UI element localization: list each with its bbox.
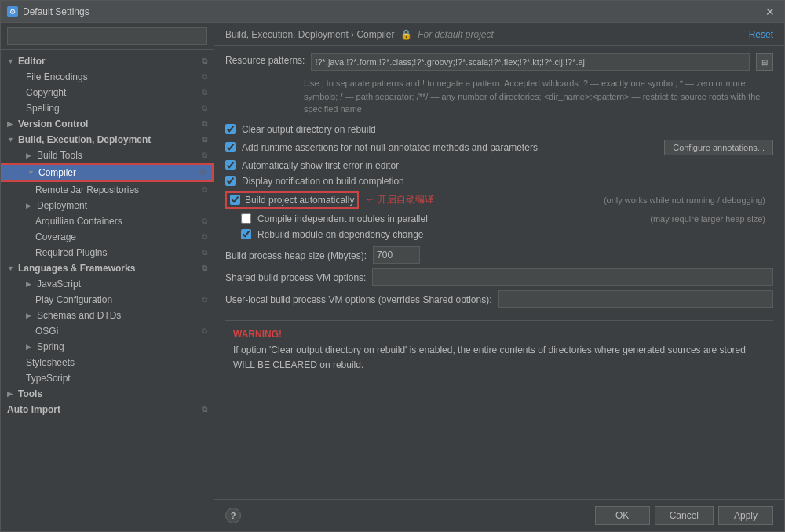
compile-parallel-checkbox[interactable]	[241, 213, 251, 224]
sidebar-item-build-exec-deploy[interactable]: Build, Execution, Deployment ⧉	[1, 132, 214, 148]
sidebar-item-osgi[interactable]: OSGi ⧉	[1, 323, 214, 339]
breadcrumb-icon: 🔒	[400, 29, 412, 40]
sidebar-item-copyright[interactable]: Copyright ⧉	[1, 85, 214, 100]
sidebar-item-editor[interactable]: Editor ⧉	[1, 53, 214, 69]
title-bar: ⚙ Default Settings ✕	[1, 1, 784, 23]
sidebar-item-version-control[interactable]: Version Control ⧉	[1, 116, 214, 132]
editor-arrow	[7, 57, 15, 65]
shared-vm-label: Shared build process VM options:	[225, 271, 366, 283]
dep-label: Deployment	[37, 200, 87, 211]
clear-output-checkbox[interactable]	[225, 124, 236, 134]
sidebar-item-arquillian[interactable]: Arquillian Containers ⧉	[1, 213, 214, 229]
hint-text: Use ; to separate patterns and ! to nega…	[304, 77, 773, 116]
reset-link[interactable]: Reset	[749, 29, 773, 40]
copy-icon-editor: ⧉	[202, 56, 207, 66]
add-runtime-label: Add runtime assertions for not-null-anno…	[242, 142, 538, 153]
sidebar-item-deployment[interactable]: Deployment	[1, 198, 214, 213]
user-local-vm-label: User-local build process VM options (ove…	[225, 293, 492, 305]
auto-show-error-row: Automatically show first error in editor	[225, 160, 773, 171]
resource-patterns-btn[interactable]: ⊞	[756, 53, 773, 71]
bt-label: Build Tools	[37, 150, 82, 161]
sidebar-item-tools[interactable]: Tools	[1, 386, 214, 402]
editor-label: Editor	[18, 56, 46, 67]
rebuild-module-checkbox[interactable]	[241, 229, 251, 239]
tools-arrow	[7, 390, 15, 398]
copy-icon-osgi: ⧉	[202, 326, 207, 336]
copy-icon-bt: ⧉	[202, 151, 207, 160]
copy-icon-fe: ⧉	[202, 72, 207, 82]
copy-icon-bed: ⧉	[202, 135, 207, 144]
add-runtime-checkbox[interactable]	[225, 142, 236, 152]
shared-vm-input[interactable]	[372, 268, 773, 286]
sidebar-item-spelling[interactable]: Spelling ⧉	[1, 100, 214, 116]
compile-parallel-note: (may require larger heap size)	[650, 214, 773, 224]
resource-patterns-label: Resource patterns:	[225, 53, 305, 66]
footer-left: ?	[225, 508, 241, 523]
sidebar-item-compiler[interactable]: Compiler ⧉	[1, 163, 214, 182]
copy-icon-pc: ⧉	[202, 295, 207, 304]
warning-body: If option 'Clear output directory on reb…	[233, 344, 746, 370]
copyright-label: Copyright	[26, 87, 66, 98]
user-local-vm-input[interactable]	[498, 290, 774, 308]
resource-patterns-row: Resource patterns: ⊞	[225, 53, 773, 71]
copy-icon-rp: ⧉	[202, 248, 207, 257]
rp-label: Required Plugins	[35, 247, 107, 258]
sidebar-item-coverage[interactable]: Coverage ⧉	[1, 229, 214, 245]
heap-input[interactable]	[373, 246, 420, 264]
sidebar-item-typescript[interactable]: TypeScript	[1, 370, 214, 386]
clear-output-row: Clear output directory on rebuild	[225, 124, 773, 135]
heap-size-row: Build process heap size (Mbytes):	[225, 246, 773, 264]
sidebar-item-javascript[interactable]: JavaScript	[1, 276, 214, 292]
sidebar-item-remote-jar[interactable]: Remote Jar Repositories ⧉	[1, 182, 214, 198]
auto-show-error-checkbox[interactable]	[225, 160, 236, 170]
copy-icon-arq: ⧉	[202, 217, 207, 226]
add-runtime-row: Add runtime assertions for not-null-anno…	[225, 140, 773, 155]
sidebar-item-play-config[interactable]: Play Configuration ⧉	[1, 292, 214, 308]
window-icon: ⚙	[7, 6, 18, 17]
tools-label: Tools	[18, 388, 42, 399]
sidebar-item-lang-frameworks[interactable]: Languages & Frameworks ⧉	[1, 261, 214, 276]
sidebar-item-auto-import[interactable]: Auto Import ⧉	[1, 402, 214, 417]
cov-label: Coverage	[35, 231, 76, 242]
bt-arrow	[26, 151, 34, 159]
settings-window: ⚙ Default Settings ✕ Editor ⧉ File Encod…	[0, 0, 785, 532]
sidebar-item-schemas-dtds[interactable]: Schemas and DTDs	[1, 308, 214, 323]
sidebar-item-spring[interactable]: Spring	[1, 339, 214, 355]
bed-label: Build, Execution, Deployment	[18, 134, 151, 145]
sd-label: Schemas and DTDs	[37, 310, 121, 321]
sidebar-item-build-tools[interactable]: Build Tools ⧉	[1, 148, 214, 163]
clear-output-label: Clear output directory on rebuild	[242, 124, 376, 135]
ok-button[interactable]: OK	[595, 506, 650, 525]
copy-icon-cr: ⧉	[202, 88, 207, 97]
copy-icon-sp: ⧉	[202, 104, 207, 113]
user-local-vm-row: User-local build process VM options (ove…	[225, 290, 773, 308]
search-box	[1, 23, 214, 50]
sidebar-item-stylesheets[interactable]: Stylesheets	[1, 355, 214, 370]
warning-text: If option 'Clear output directory on reb…	[233, 343, 765, 373]
sidebar-item-file-encodings[interactable]: File Encodings ⧉	[1, 69, 214, 85]
window-title: Default Settings	[23, 6, 89, 17]
rebuild-module-row: Rebuild module on dependency change	[225, 229, 773, 240]
search-input[interactable]	[7, 27, 207, 45]
help-button[interactable]: ?	[225, 508, 241, 523]
breadcrumb-path: Build, Execution, Deployment › Compiler	[225, 29, 394, 40]
copy-icon-vc: ⧉	[202, 119, 207, 129]
compile-parallel-row: Compile independent modules in parallel …	[225, 213, 773, 224]
bed-arrow	[7, 136, 15, 144]
sidebar-item-required-plugins[interactable]: Required Plugins ⧉	[1, 245, 214, 261]
display-notify-checkbox[interactable]	[225, 176, 236, 186]
resource-patterns-input[interactable]	[311, 53, 750, 71]
js-label: JavaScript	[37, 279, 81, 290]
title-bar-left: ⚙ Default Settings	[7, 6, 89, 17]
ss-label: Stylesheets	[26, 357, 75, 368]
sd-arrow	[26, 312, 34, 319]
spelling-label: Spelling	[26, 103, 60, 114]
cancel-button[interactable]: Cancel	[655, 506, 714, 525]
close-button[interactable]: ✕	[762, 5, 778, 18]
build-auto-checkbox[interactable]	[230, 195, 240, 205]
copy-icon-lf: ⧉	[202, 264, 207, 273]
configure-annotations-btn[interactable]: Configure annotations...	[664, 140, 773, 155]
panel-content: Resource patterns: ⊞ Use ; to separate p…	[214, 46, 784, 499]
vc-label: Version Control	[18, 118, 88, 129]
apply-button[interactable]: Apply	[718, 506, 773, 525]
